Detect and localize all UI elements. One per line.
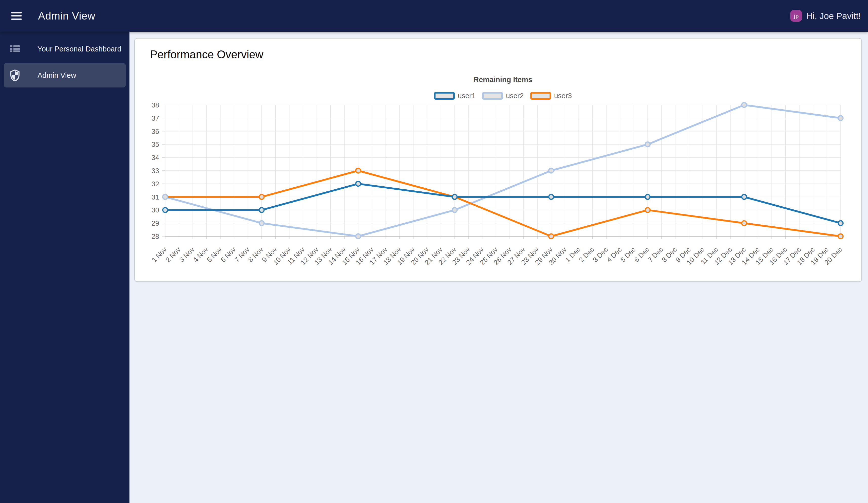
svg-text:8 Nov: 8 Nov	[247, 246, 265, 264]
user-area: jp Hi, Joe Pavitt!	[790, 10, 861, 22]
dashboard-list-icon	[10, 43, 20, 55]
svg-text:6 Nov: 6 Nov	[219, 246, 237, 264]
svg-text:4 Nov: 4 Nov	[192, 246, 209, 264]
svg-text:3 Dec: 3 Dec	[591, 246, 609, 264]
svg-text:37: 37	[152, 114, 159, 122]
user-greeting: Hi, Joe Pavitt!	[806, 11, 861, 21]
sidebar-item-label: Your Personal Dashboard	[38, 45, 121, 53]
svg-text:8 Dec: 8 Dec	[660, 246, 678, 264]
svg-text:34: 34	[152, 154, 159, 161]
svg-text:6 Dec: 6 Dec	[633, 246, 651, 264]
performance-overview-card: Performance Overview Remaining Items use…	[134, 38, 862, 282]
svg-text:38: 38	[152, 101, 159, 109]
sidebar-item-personal-dashboard[interactable]: Your Personal Dashboard	[4, 37, 126, 61]
hamburger-menu-icon[interactable]	[11, 12, 22, 20]
svg-text:30: 30	[152, 207, 159, 214]
sidebar: Your Personal Dashboard Admin View	[0, 32, 130, 503]
shield-icon	[10, 69, 20, 81]
svg-text:5 Nov: 5 Nov	[206, 246, 224, 264]
svg-text:32: 32	[152, 180, 159, 188]
svg-text:1 Nov: 1 Nov	[150, 246, 168, 264]
svg-text:28: 28	[152, 233, 159, 240]
svg-text:2 Dec: 2 Dec	[578, 246, 596, 264]
svg-text:29: 29	[152, 220, 159, 227]
sidebar-item-label: Admin View	[38, 71, 76, 80]
avatar[interactable]: jp	[790, 10, 802, 22]
svg-text:7 Nov: 7 Nov	[233, 246, 251, 264]
page-title: Admin View	[38, 10, 95, 22]
svg-text:5 Dec: 5 Dec	[619, 246, 637, 264]
svg-text:31: 31	[152, 193, 159, 201]
top-navbar: Admin View jp Hi, Joe Pavitt!	[0, 0, 868, 32]
svg-text:4 Dec: 4 Dec	[605, 246, 623, 264]
svg-text:1 Dec: 1 Dec	[564, 246, 582, 264]
svg-text:2 Nov: 2 Nov	[164, 246, 182, 264]
svg-text:33: 33	[152, 167, 159, 175]
svg-text:35: 35	[152, 141, 159, 148]
svg-text:36: 36	[152, 128, 159, 135]
line-chart-canvas[interactable]: 1 Nov2 Nov3 Nov4 Nov5 Nov6 Nov7 Nov8 Nov…	[135, 39, 862, 281]
main-content: Performance Overview Remaining Items use…	[130, 32, 868, 503]
app-screen: Admin View jp Hi, Joe Pavitt! Your Perso…	[0, 0, 868, 503]
svg-text:7 Dec: 7 Dec	[647, 246, 664, 264]
sidebar-item-admin-view[interactable]: Admin View	[4, 63, 126, 88]
svg-text:3 Nov: 3 Nov	[178, 246, 196, 264]
